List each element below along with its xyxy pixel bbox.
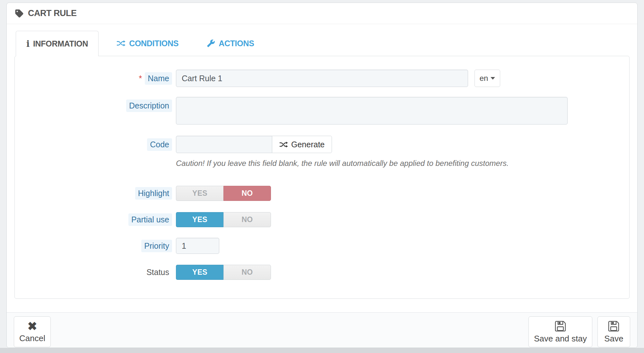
shuffle-icon [279,141,288,148]
information-form: * Name en Description Code [14,56,630,299]
save-button-label: Save [604,334,623,344]
save-icon [553,320,568,332]
save-and-stay-label: Save and stay [534,334,587,344]
priority-input[interactable] [176,238,219,254]
status-toggle-yes[interactable]: YES [176,265,223,280]
description-field-row: Description [15,97,629,125]
generate-button-label: Generate [291,140,325,149]
panel-header: CART RULE [7,3,637,24]
tag-icon [14,9,24,18]
page-title: CART RULE [28,8,77,18]
code-label: Code [147,138,172,151]
tab-bar: i INFORMATION CONDITIONS ACTIONS [7,31,637,56]
name-field-row: * Name en [15,70,629,87]
close-icon: ✖ [27,321,37,332]
code-field-row: Code G [15,136,629,168]
partial-use-label: Partial use [128,213,172,226]
page-bottom-strip [0,348,644,353]
tab-actions[interactable]: ACTIONS [196,31,264,56]
status-toggle: YES NO [176,265,271,280]
description-textarea[interactable] [176,97,568,125]
save-button[interactable]: Save [597,316,630,347]
panel-footer: ✖ Cancel Save and stay [7,312,637,348]
save-and-stay-button[interactable]: Save and stay [528,316,592,347]
highlight-label: Highlight [135,187,172,200]
partial-use-toggle-no[interactable]: NO [223,212,271,227]
status-label: Status [144,266,172,279]
highlight-field-row: Highlight YES NO [15,186,629,201]
highlight-toggle-no[interactable]: NO [223,186,271,201]
highlight-toggle: YES NO [176,186,271,201]
tab-label: INFORMATION [33,39,88,48]
status-field-row: Status YES NO [15,265,629,280]
partial-use-toggle: YES NO [176,212,271,227]
save-icon [607,320,621,332]
tab-label: ACTIONS [219,39,254,48]
tab-label: CONDITIONS [129,39,178,48]
cart-rule-panel: CART RULE i INFORMATION CONDITIONS [6,3,638,348]
partial-use-toggle-yes[interactable]: YES [176,212,223,227]
code-input[interactable] [176,136,272,153]
priority-label: Priority [141,240,172,252]
cancel-button-label: Cancel [19,333,45,343]
name-label: Name [145,72,172,85]
generate-button[interactable]: Generate [272,136,332,153]
wrench-icon [207,39,215,47]
language-dropdown[interactable]: en [474,70,500,87]
priority-field-row: Priority [15,238,629,254]
shuffle-icon [117,39,126,47]
code-caution-text: Caution! If you leave this field blank, … [176,159,509,168]
partial-use-field-row: Partial use YES NO [15,212,629,227]
info-icon: i [26,39,30,48]
tab-information[interactable]: i INFORMATION [16,31,99,56]
description-label: Description [126,99,172,112]
language-dropdown-value: en [480,74,488,83]
highlight-toggle-yes[interactable]: YES [176,186,223,201]
required-asterisk: * [139,73,142,83]
cancel-button[interactable]: ✖ Cancel [14,316,51,347]
status-toggle-no[interactable]: NO [223,265,271,280]
tab-conditions[interactable]: CONDITIONS [106,31,189,56]
caret-down-icon [491,77,495,80]
name-input[interactable] [176,70,468,87]
